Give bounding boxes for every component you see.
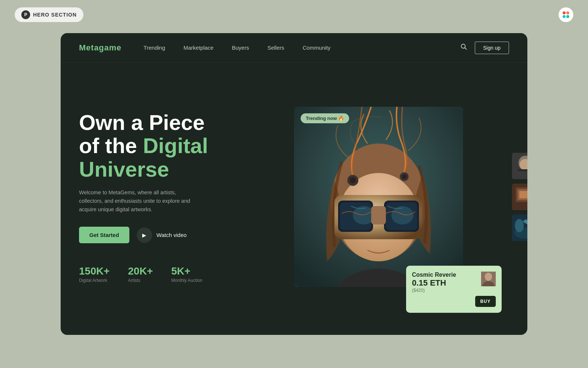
hero-right: Trending now 🔥	[248, 70, 509, 324]
stat-artists: 20K+ Artists	[128, 265, 153, 283]
nav-links: Trending Marketplace Buyers Sellers Comm…	[144, 45, 460, 51]
nav-buyers[interactable]: Buyers	[232, 45, 249, 51]
hero-content: Own a Piece of the Digital Universe Welc…	[61, 63, 527, 335]
svg-rect-24	[517, 169, 527, 171]
svg-line-1	[465, 48, 466, 50]
logo-icon: P	[21, 10, 30, 19]
top-bar: P HERO SECTION	[15, 7, 83, 22]
purchase-card: Cosmic Reverie 0.15 ETH ($420) BUY	[406, 266, 502, 313]
hero-title-part2: of the	[79, 134, 137, 158]
purchase-usd: ($420)	[412, 288, 456, 293]
nav-trending[interactable]: Trending	[144, 45, 165, 51]
purchase-avatar	[481, 272, 496, 286]
hero-section-label: P HERO SECTION	[15, 7, 83, 22]
purchase-top: Cosmic Reverie 0.15 ETH ($420)	[412, 272, 496, 293]
hero-left: Own a Piece of the Digital Universe Welc…	[79, 70, 233, 324]
nav-sellers[interactable]: Sellers	[268, 45, 284, 51]
svg-point-15	[350, 177, 356, 183]
thumbnail-3[interactable]	[512, 215, 527, 241]
search-icon	[460, 43, 467, 50]
vr-artwork-svg	[294, 107, 463, 287]
thumbnail-1[interactable]	[512, 153, 527, 179]
svg-point-18	[376, 262, 381, 268]
hero-title-part1: Own a Piece	[79, 110, 205, 134]
main-artwork: Trending now 🔥	[294, 107, 463, 287]
svg-point-12	[391, 206, 413, 224]
hero-description: Welcome to MetaGems, where all artists, …	[79, 188, 197, 214]
svg-point-20	[387, 266, 392, 271]
stat-digital-artwork: 150K+ Digital Artwork	[79, 265, 110, 283]
svg-point-31	[515, 219, 524, 232]
stat-monthly-auction: 5K+ Monthly Auction	[171, 265, 202, 283]
navbar: Metagame Trending Marketplace Buyers Sel…	[61, 33, 527, 63]
side-thumbnails	[512, 153, 527, 241]
stat-number-1: 20K+	[128, 265, 153, 277]
main-card: Metagame Trending Marketplace Buyers Sel…	[61, 33, 527, 335]
purchase-title: Cosmic Reverie	[412, 272, 456, 278]
svg-rect-13	[371, 206, 386, 224]
svg-point-33	[485, 273, 492, 281]
section-label-text: HERO SECTION	[33, 12, 77, 18]
trending-badge-text: Trending now 🔥	[306, 116, 344, 121]
thumbnail-2[interactable]	[512, 184, 527, 210]
purchase-eth: 0.15 ETH	[412, 278, 456, 288]
svg-point-19	[365, 266, 370, 271]
play-icon: ▶	[137, 227, 152, 243]
get-started-button[interactable]: Get Started	[79, 227, 129, 243]
svg-rect-28	[519, 191, 527, 198]
stat-label-2: Monthly Auction	[171, 278, 202, 283]
stat-number-0: 150K+	[79, 265, 110, 277]
hero-title-highlight: Digital	[143, 134, 208, 158]
figma-logo	[563, 11, 569, 18]
search-button[interactable]	[460, 43, 467, 52]
trending-badge: Trending now 🔥	[301, 113, 349, 123]
signup-button[interactable]: Sign up	[475, 42, 509, 54]
hero-title-part3: Universe	[79, 157, 169, 181]
nav-marketplace[interactable]: Marketplace	[183, 45, 214, 51]
stat-number-2: 5K+	[171, 265, 202, 277]
nav-community[interactable]: Community	[303, 45, 331, 51]
svg-point-17	[402, 174, 406, 179]
watch-video-button[interactable]: ▶ Watch video	[137, 227, 187, 243]
stats-row: 150K+ Digital Artwork 20K+ Artists 5K+ M…	[79, 265, 233, 283]
site-logo: Metagame	[79, 43, 122, 53]
buy-button[interactable]: BUY	[475, 296, 496, 307]
figma-icon	[559, 7, 573, 22]
stat-label-1: Artists	[128, 278, 153, 283]
stat-label-0: Digital Artwork	[79, 278, 110, 283]
nav-actions: Sign up	[460, 42, 509, 54]
watch-video-label: Watch video	[157, 232, 187, 238]
hero-buttons: Get Started ▶ Watch video	[79, 227, 233, 243]
hero-title: Own a Piece of the Digital Universe	[79, 111, 233, 181]
purchase-info: Cosmic Reverie 0.15 ETH ($420)	[412, 272, 456, 293]
